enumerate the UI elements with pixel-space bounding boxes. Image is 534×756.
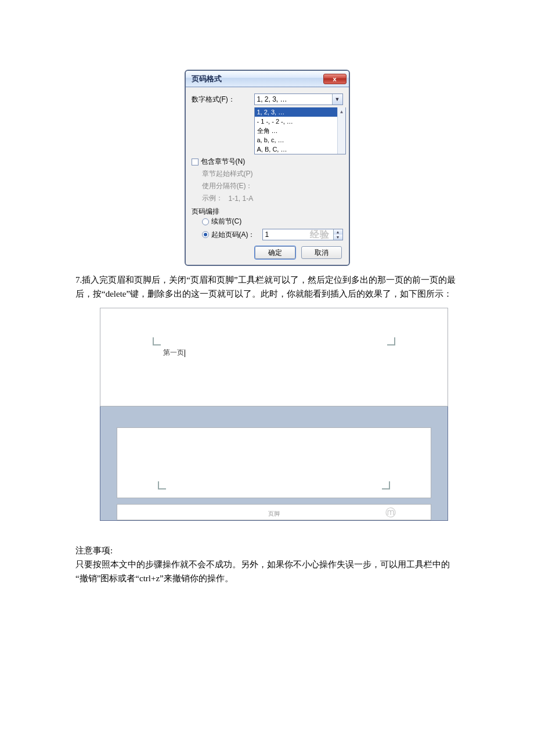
continue-radio[interactable]	[202, 218, 209, 225]
dialog-titlebar: 页码格式 x	[186, 71, 349, 87]
page-footer-text: 页脚	[268, 510, 280, 518]
close-button[interactable]: x	[323, 74, 347, 84]
number-format-value: 1, 2, 3, …	[257, 95, 287, 103]
notes-heading: 注意事项:	[75, 545, 459, 556]
dropdown-option[interactable]: A, B, C, …	[255, 145, 345, 154]
include-chapter-checkbox[interactable]	[192, 159, 199, 165]
ok-button[interactable]: 确定	[255, 246, 295, 259]
start-at-value: 1	[265, 231, 269, 239]
scrollbar[interactable]	[337, 107, 345, 154]
dropdown-option[interactable]: 1, 2, 3, …	[255, 107, 345, 117]
cancel-button[interactable]: 取消	[301, 246, 342, 259]
watermark-icon: ⓜ	[385, 506, 396, 520]
preview-page-3: 页脚 ⓜ	[117, 504, 431, 520]
spinner[interactable]: ▲▼	[333, 229, 342, 240]
example-row: 示例： 1-1, 1-A	[192, 193, 343, 203]
separator-label: 使用分隔符(E)：	[202, 181, 253, 191]
chevron-down-icon: ▼	[332, 94, 342, 105]
spinner-up-icon[interactable]: ▲	[334, 229, 342, 235]
dropdown-option[interactable]: 全角 …	[255, 126, 345, 135]
pagination-group-label: 页码编排	[192, 207, 343, 217]
result-preview-figure: 第一页 页脚 ⓜ	[100, 308, 448, 521]
continue-row: 续前节(C)	[192, 217, 343, 226]
step-7-text: 7.插入完页眉和页脚后，关闭“页眉和页脚”工具栏就可以了，然后定位到多出的那一页…	[75, 273, 459, 301]
start-at-label: 起始页码(A)：	[211, 230, 262, 240]
dropdown-option[interactable]: - 1 -, - 2 -, …	[255, 117, 345, 126]
start-at-radio[interactable]	[202, 231, 209, 238]
include-chapter-label: 包含章节号(N)	[201, 157, 246, 167]
number-format-row: 数字格式(F)： 1, 2, 3, … ▼	[192, 93, 343, 105]
example-value: 1-1, 1-A	[229, 195, 254, 203]
number-format-combo[interactable]: 1, 2, 3, … ▼	[254, 93, 343, 105]
preview-page-1: 第一页	[100, 308, 448, 406]
include-chapter-row: 包含章节号(N)	[192, 157, 343, 167]
close-icon: x	[333, 75, 336, 82]
page-number-format-dialog: 页码格式 x 数字格式(F)： 1, 2, 3, … ▼ 1, 2, 3, … …	[185, 70, 350, 266]
crop-mark-icon	[158, 477, 171, 489]
start-at-row: 起始页码(A)： 1 经验 ▲▼	[192, 229, 343, 240]
chapter-start-label: 章节起始样式(P)	[202, 169, 253, 179]
document-page: 页码格式 x 数字格式(F)： 1, 2, 3, … ▼ 1, 2, 3, … …	[0, 0, 534, 609]
crop-mark-icon	[377, 477, 390, 489]
preview-page-2	[117, 427, 431, 498]
number-format-dropdown[interactable]: 1, 2, 3, … - 1 -, - 2 -, … 全角 … a, b, c,…	[254, 107, 346, 154]
notes-body: 只要按照本文中的步骤操作就不会不成功。另外，如果你不小心操作失误一步，可以用工具…	[75, 557, 459, 585]
watermark-text: 经验	[310, 229, 330, 241]
number-format-label: 数字格式(F)：	[192, 95, 254, 105]
crop-mark-icon	[383, 337, 395, 350]
page-gap	[100, 406, 448, 427]
page-header-text: 第一页	[163, 348, 185, 358]
dialog-body: 数字格式(F)： 1, 2, 3, … ▼ 1, 2, 3, … - 1 -, …	[186, 87, 349, 265]
separator-row: 使用分隔符(E)：	[192, 181, 343, 191]
start-at-input[interactable]: 1 经验 ▲▼	[262, 229, 343, 240]
text-cursor-icon	[185, 350, 185, 357]
dialog-title: 页码格式	[192, 74, 222, 84]
dropdown-option[interactable]: a, b, c, …	[255, 135, 345, 145]
example-label: 示例：	[202, 193, 229, 203]
dialog-button-row: 确定 取消	[192, 246, 343, 259]
chapter-style-row: 章节起始样式(P)	[192, 169, 343, 179]
continue-label: 续前节(C)	[211, 217, 242, 226]
spinner-down-icon[interactable]: ▼	[334, 235, 342, 240]
